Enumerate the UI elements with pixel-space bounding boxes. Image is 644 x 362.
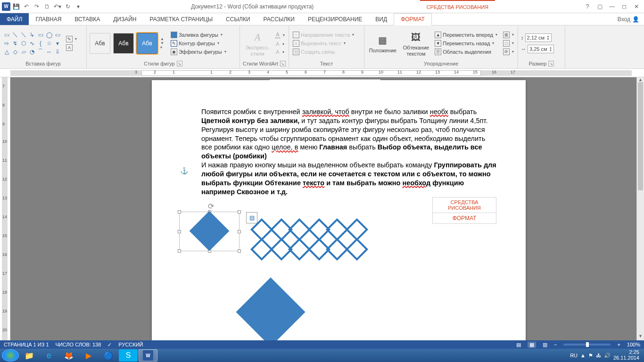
- tab-home[interactable]: ГЛАВНАЯ: [29, 13, 68, 25]
- tray-lang[interactable]: RU: [570, 353, 578, 358]
- shape-diamond-outline[interactable]: [288, 218, 311, 241]
- dialog-launcher-icon[interactable]: ↘: [548, 61, 554, 66]
- shapes-gallery[interactable]: ▭ ＼ ＼ ↳ ▭ ◯ ▭ ⇨ ↯ ⬡ ∿ { ☆ ▾ △ ◇ ▱ ◔ ⌒ ↔: [3, 31, 61, 56]
- rotate-handle-icon[interactable]: ⟳: [208, 202, 214, 211]
- page-area[interactable]: ▲▼▾ Контур фигуры▾ ◉Эффекты фигуры▾ ⚓ По…: [10, 77, 636, 340]
- shape-outline-button[interactable]: ✎Контур фигуры▾: [170, 40, 227, 47]
- tab-references[interactable]: ССЫЛКИ: [219, 13, 256, 25]
- shape-diamond-icon[interactable]: ◇: [11, 48, 19, 56]
- qat-customize-icon[interactable]: ▾: [74, 2, 83, 11]
- start-button[interactable]: [2, 349, 19, 362]
- save-icon[interactable]: 💾: [11, 2, 21, 11]
- shape-line-icon[interactable]: ＼: [11, 31, 19, 39]
- shape-diamond-outline[interactable]: [326, 238, 348, 261]
- tab-mailings[interactable]: РАССЫЛКИ: [257, 13, 301, 25]
- shape-connector-icon[interactable]: ↳: [28, 31, 36, 39]
- gallery-more-icon[interactable]: ▾: [160, 45, 164, 49]
- shape-diamond-outline[interactable]: [288, 238, 311, 261]
- text-direction-button[interactable]: ↕Направление текста▾: [292, 31, 355, 39]
- tab-file[interactable]: ФАЙЛ: [0, 13, 29, 25]
- redo-icon[interactable]: ↷: [32, 2, 41, 11]
- edit-shape-button[interactable]: ✎▾: [65, 35, 78, 43]
- vertical-scrollbar[interactable]: ▲ ▼: [636, 77, 644, 340]
- shape-arc-icon[interactable]: ⌒: [37, 48, 44, 56]
- shape-star-icon[interactable]: ☆: [45, 40, 53, 47]
- text-effects-button[interactable]: A▾: [274, 49, 286, 55]
- rotate-button[interactable]: ⟳▾: [502, 48, 515, 56]
- zoom-slider[interactable]: [563, 344, 611, 346]
- vertical-ruler[interactable]: 7 8 9 10 11 12 13 14 15 16 17 18 19 20: [0, 77, 10, 340]
- wordart-express-button[interactable]: A Экспресс-стили: [243, 28, 272, 58]
- shape-effects-button[interactable]: ◉Эффекты фигуры▾: [170, 48, 227, 56]
- shape-callout-icon[interactable]: ◔: [28, 48, 36, 56]
- bring-forward-button[interactable]: ▲Переместить вперед▾: [434, 31, 498, 39]
- shape-more-icon[interactable]: ▾: [54, 40, 61, 47]
- proofing-icon[interactable]: ✓: [107, 342, 112, 348]
- shape-diamond-outline[interactable]: [250, 238, 273, 261]
- shape-diamond-large[interactable]: [236, 277, 305, 340]
- shape-flow-icon[interactable]: ▱: [20, 48, 27, 56]
- shape-fill-button[interactable]: Заливка фигуры▾: [170, 31, 227, 39]
- align-button[interactable]: ⊞▾: [502, 31, 515, 39]
- status-page[interactable]: СТРАНИЦА 1 ИЗ 1: [4, 342, 49, 347]
- shape-rect-icon[interactable]: ▭: [37, 31, 44, 39]
- dialog-launcher-icon[interactable]: ↘: [280, 61, 286, 66]
- undo-dropdown-icon[interactable]: ↶▾: [53, 2, 62, 11]
- shape-tri-icon[interactable]: △: [3, 48, 10, 56]
- style-preset-1[interactable]: Абв: [90, 33, 110, 54]
- shape-dd-icon[interactable]: ⇩: [54, 48, 61, 56]
- shape-hex-icon[interactable]: ⬡: [20, 40, 27, 47]
- text-fill-button[interactable]: A▾: [274, 31, 286, 39]
- send-backward-button[interactable]: ▼Переместить назад▾: [434, 40, 498, 47]
- shape-rect2-icon[interactable]: ▭: [54, 31, 61, 39]
- shape-diamond-outline[interactable]: [346, 238, 368, 261]
- layout-options-button[interactable]: ▤: [246, 212, 257, 223]
- gallery-up-icon[interactable]: ▲: [160, 37, 164, 41]
- task-media[interactable]: ▶: [79, 349, 98, 362]
- task-ie[interactable]: e: [40, 349, 58, 362]
- ribbon-display-icon[interactable]: ▢: [595, 3, 604, 10]
- tray-volume-icon[interactable]: 🔊: [604, 353, 611, 359]
- tray-clock[interactable]: 2:25 26.11.2014: [613, 350, 639, 361]
- undo-icon[interactable]: ↶: [22, 2, 31, 11]
- text-outline-button[interactable]: A▾: [274, 41, 286, 47]
- shape-diamond-outline[interactable]: [346, 218, 368, 241]
- create-link-button[interactable]: ⛓Создать связь: [292, 48, 355, 56]
- dialog-launcher-icon[interactable]: ↘: [177, 61, 182, 66]
- task-skype[interactable]: S: [119, 349, 138, 362]
- sign-in-button[interactable]: Вход👤: [613, 13, 644, 25]
- task-firefox[interactable]: 🦊: [59, 349, 78, 362]
- tab-view[interactable]: ВИД: [369, 13, 394, 25]
- tray-network-icon[interactable]: 🖧: [596, 353, 601, 358]
- tray-action-center-icon[interactable]: ⚑: [588, 353, 593, 359]
- scroll-thumb[interactable]: [638, 82, 643, 190]
- height-input[interactable]: 2,12 см▲▼: [525, 33, 552, 42]
- shape-diamond-outline[interactable]: [326, 218, 348, 241]
- tab-insert[interactable]: ВСТАВКА: [68, 13, 107, 25]
- task-word[interactable]: W: [139, 349, 157, 362]
- view-read-icon[interactable]: ▤: [516, 342, 521, 348]
- tab-design[interactable]: ДИЗАЙН: [107, 13, 143, 25]
- gallery-down-icon[interactable]: ▼: [160, 41, 164, 45]
- shape-curve-icon[interactable]: ∿: [28, 40, 36, 47]
- tray-flag-icon[interactable]: ▲: [580, 353, 586, 358]
- position-button[interactable]: ▦ Положение: [367, 31, 398, 55]
- task-chrome[interactable]: 🔵: [99, 349, 118, 362]
- tab-format[interactable]: ФОРМАТ: [394, 13, 432, 25]
- shape-line2-icon[interactable]: ＼: [20, 31, 27, 39]
- shape-polyline-icon[interactable]: ↯: [11, 40, 19, 47]
- minimize-icon[interactable]: —: [607, 3, 617, 10]
- style-preset-2[interactable]: Абв: [113, 33, 134, 54]
- shape-textbox-icon[interactable]: ▭: [3, 31, 10, 39]
- view-print-icon[interactable]: ▦: [528, 342, 536, 348]
- status-words[interactable]: ЧИСЛО СЛОВ: 138: [56, 342, 101, 347]
- zoom-level[interactable]: 100%: [627, 342, 640, 347]
- selection-pane-button[interactable]: ☰Область выделения: [434, 48, 498, 56]
- group-button[interactable]: ⊡▾: [502, 40, 515, 47]
- zoom-in-icon[interactable]: +: [617, 342, 620, 347]
- draw-textbox-button[interactable]: A: [65, 44, 78, 51]
- scroll-down-icon[interactable]: ▼: [637, 334, 644, 340]
- text-wrap-button[interactable]: 🖼 Обтекание текстом: [400, 28, 432, 58]
- style-preset-3[interactable]: Абв: [137, 33, 157, 54]
- document-text[interactable]: Появится ромбик с внутренней заливкой, ч…: [201, 107, 497, 196]
